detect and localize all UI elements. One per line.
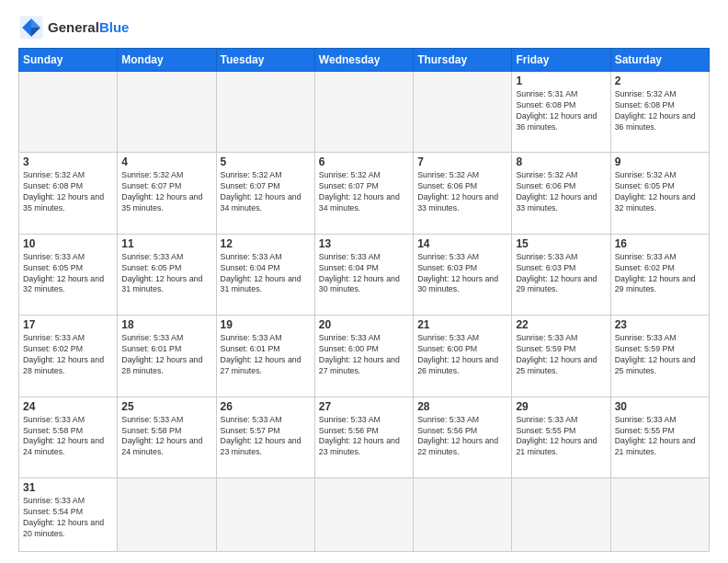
day-info: Sunrise: 5:32 AM Sunset: 6:07 PM Dayligh… [221, 170, 311, 214]
day-info: Sunrise: 5:32 AM Sunset: 6:07 PM Dayligh… [319, 170, 409, 214]
day-number: 9 [615, 155, 705, 168]
day-number: 18 [121, 318, 211, 331]
day-info: Sunrise: 5:33 AM Sunset: 6:02 PM Dayligh… [615, 252, 705, 296]
day-number: 28 [417, 400, 507, 413]
day-info: Sunrise: 5:32 AM Sunset: 6:06 PM Dayligh… [516, 170, 606, 214]
week-row-6: 31Sunrise: 5:33 AM Sunset: 5:54 PM Dayli… [19, 478, 710, 552]
day-info: Sunrise: 5:32 AM Sunset: 6:08 PM Dayligh… [23, 170, 113, 214]
week-row-1: 1Sunrise: 5:31 AM Sunset: 6:08 PM Daylig… [19, 72, 710, 153]
day-number: 19 [221, 318, 311, 331]
day-number: 25 [121, 400, 211, 413]
calendar-cell [216, 478, 314, 552]
calendar-table: SundayMondayTuesdayWednesdayThursdayFrid… [18, 48, 710, 552]
day-number: 17 [23, 318, 113, 331]
day-number: 22 [516, 318, 606, 331]
calendar-cell: 7Sunrise: 5:32 AM Sunset: 6:06 PM Daylig… [414, 153, 512, 234]
calendar-cell: 26Sunrise: 5:33 AM Sunset: 5:57 PM Dayli… [216, 396, 314, 477]
day-info: Sunrise: 5:33 AM Sunset: 6:00 PM Dayligh… [417, 333, 507, 377]
day-info: Sunrise: 5:33 AM Sunset: 6:03 PM Dayligh… [516, 252, 606, 296]
calendar-cell [314, 72, 413, 153]
day-number: 7 [417, 155, 507, 168]
calendar-cell: 13Sunrise: 5:33 AM Sunset: 6:04 PM Dayli… [314, 234, 413, 315]
calendar-cell [512, 478, 610, 552]
calendar-cell: 2Sunrise: 5:32 AM Sunset: 6:08 PM Daylig… [610, 72, 709, 153]
calendar-page: GeneralBlue SundayMondayTuesdayWednesday… [0, 0, 728, 563]
day-number: 15 [516, 237, 606, 250]
weekday-header-tuesday: Tuesday [216, 49, 314, 72]
weekday-header-monday: Monday [118, 49, 216, 72]
week-row-2: 3Sunrise: 5:32 AM Sunset: 6:08 PM Daylig… [19, 153, 710, 234]
weekday-header-saturday: Saturday [610, 49, 709, 72]
day-number: 27 [319, 400, 409, 413]
day-info: Sunrise: 5:33 AM Sunset: 6:05 PM Dayligh… [23, 252, 113, 296]
day-number: 21 [417, 318, 507, 331]
day-info: Sunrise: 5:33 AM Sunset: 5:56 PM Dayligh… [319, 415, 409, 459]
calendar-cell: 4Sunrise: 5:32 AM Sunset: 6:07 PM Daylig… [118, 153, 216, 234]
day-number: 4 [121, 155, 211, 168]
calendar-cell: 25Sunrise: 5:33 AM Sunset: 5:58 PM Dayli… [118, 396, 216, 477]
calendar-cell: 27Sunrise: 5:33 AM Sunset: 5:56 PM Dayli… [314, 396, 413, 477]
week-row-5: 24Sunrise: 5:33 AM Sunset: 5:58 PM Dayli… [19, 396, 710, 477]
weekday-header-thursday: Thursday [414, 49, 512, 72]
day-info: Sunrise: 5:33 AM Sunset: 5:55 PM Dayligh… [516, 415, 606, 459]
calendar-cell: 8Sunrise: 5:32 AM Sunset: 6:06 PM Daylig… [512, 153, 610, 234]
day-number: 6 [319, 155, 409, 168]
calendar-cell [414, 72, 512, 153]
weekday-header-sunday: Sunday [19, 49, 118, 72]
calendar-cell: 19Sunrise: 5:33 AM Sunset: 6:01 PM Dayli… [216, 316, 314, 396]
weekday-header-wednesday: Wednesday [314, 49, 413, 72]
calendar-cell: 3Sunrise: 5:32 AM Sunset: 6:08 PM Daylig… [19, 153, 118, 234]
calendar-cell: 21Sunrise: 5:33 AM Sunset: 6:00 PM Dayli… [414, 316, 512, 396]
calendar-cell: 31Sunrise: 5:33 AM Sunset: 5:54 PM Dayli… [19, 478, 118, 552]
day-number: 11 [121, 237, 211, 250]
calendar-cell: 14Sunrise: 5:33 AM Sunset: 6:03 PM Dayli… [414, 234, 512, 315]
day-number: 30 [615, 400, 705, 413]
day-number: 1 [516, 75, 606, 87]
calendar-cell: 20Sunrise: 5:33 AM Sunset: 6:00 PM Dayli… [314, 316, 413, 396]
day-info: Sunrise: 5:33 AM Sunset: 6:00 PM Dayligh… [319, 333, 409, 377]
weekday-header-row: SundayMondayTuesdayWednesdayThursdayFrid… [19, 49, 710, 72]
calendar-cell [19, 72, 118, 153]
day-info: Sunrise: 5:33 AM Sunset: 6:03 PM Dayligh… [417, 252, 507, 296]
day-number: 23 [615, 318, 705, 331]
calendar-cell: 11Sunrise: 5:33 AM Sunset: 6:05 PM Dayli… [118, 234, 216, 315]
day-info: Sunrise: 5:33 AM Sunset: 5:56 PM Dayligh… [417, 415, 507, 459]
day-number: 29 [516, 400, 606, 413]
calendar-cell: 24Sunrise: 5:33 AM Sunset: 5:58 PM Dayli… [19, 396, 118, 477]
day-info: Sunrise: 5:32 AM Sunset: 6:07 PM Dayligh… [121, 170, 211, 214]
calendar-cell: 17Sunrise: 5:33 AM Sunset: 6:02 PM Dayli… [19, 316, 118, 396]
day-info: Sunrise: 5:33 AM Sunset: 6:04 PM Dayligh… [319, 252, 409, 296]
day-info: Sunrise: 5:33 AM Sunset: 5:58 PM Dayligh… [23, 415, 113, 459]
day-info: Sunrise: 5:33 AM Sunset: 6:01 PM Dayligh… [121, 333, 211, 377]
calendar-cell [414, 478, 512, 552]
calendar-cell [314, 478, 413, 552]
calendar-cell: 1Sunrise: 5:31 AM Sunset: 6:08 PM Daylig… [512, 72, 610, 153]
day-info: Sunrise: 5:32 AM Sunset: 6:05 PM Dayligh… [615, 170, 705, 214]
weekday-header-friday: Friday [512, 49, 610, 72]
calendar-cell: 16Sunrise: 5:33 AM Sunset: 6:02 PM Dayli… [610, 234, 709, 315]
day-info: Sunrise: 5:33 AM Sunset: 6:04 PM Dayligh… [221, 252, 311, 296]
logo-text: GeneralBlue [48, 20, 129, 36]
day-info: Sunrise: 5:32 AM Sunset: 6:08 PM Dayligh… [615, 89, 705, 133]
day-info: Sunrise: 5:33 AM Sunset: 5:58 PM Dayligh… [121, 415, 211, 459]
day-number: 5 [221, 155, 311, 168]
day-info: Sunrise: 5:33 AM Sunset: 5:59 PM Dayligh… [516, 333, 606, 377]
day-info: Sunrise: 5:33 AM Sunset: 6:02 PM Dayligh… [23, 333, 113, 377]
day-number: 14 [417, 237, 507, 250]
day-number: 26 [221, 400, 311, 413]
week-row-3: 10Sunrise: 5:33 AM Sunset: 6:05 PM Dayli… [19, 234, 710, 315]
day-info: Sunrise: 5:33 AM Sunset: 5:59 PM Dayligh… [615, 333, 705, 377]
calendar-cell: 18Sunrise: 5:33 AM Sunset: 6:01 PM Dayli… [118, 316, 216, 396]
calendar-cell [118, 478, 216, 552]
day-info: Sunrise: 5:33 AM Sunset: 5:54 PM Dayligh… [23, 496, 113, 540]
day-info: Sunrise: 5:33 AM Sunset: 5:57 PM Dayligh… [221, 415, 311, 459]
day-number: 20 [319, 318, 409, 331]
calendar-cell: 22Sunrise: 5:33 AM Sunset: 5:59 PM Dayli… [512, 316, 610, 396]
day-info: Sunrise: 5:32 AM Sunset: 6:06 PM Dayligh… [417, 170, 507, 214]
day-info: Sunrise: 5:33 AM Sunset: 5:55 PM Dayligh… [615, 415, 705, 459]
day-info: Sunrise: 5:31 AM Sunset: 6:08 PM Dayligh… [516, 89, 606, 133]
day-number: 24 [23, 400, 113, 413]
calendar-cell: 6Sunrise: 5:32 AM Sunset: 6:07 PM Daylig… [314, 153, 413, 234]
logo: GeneralBlue [18, 15, 129, 40]
calendar-cell: 23Sunrise: 5:33 AM Sunset: 5:59 PM Dayli… [610, 316, 709, 396]
